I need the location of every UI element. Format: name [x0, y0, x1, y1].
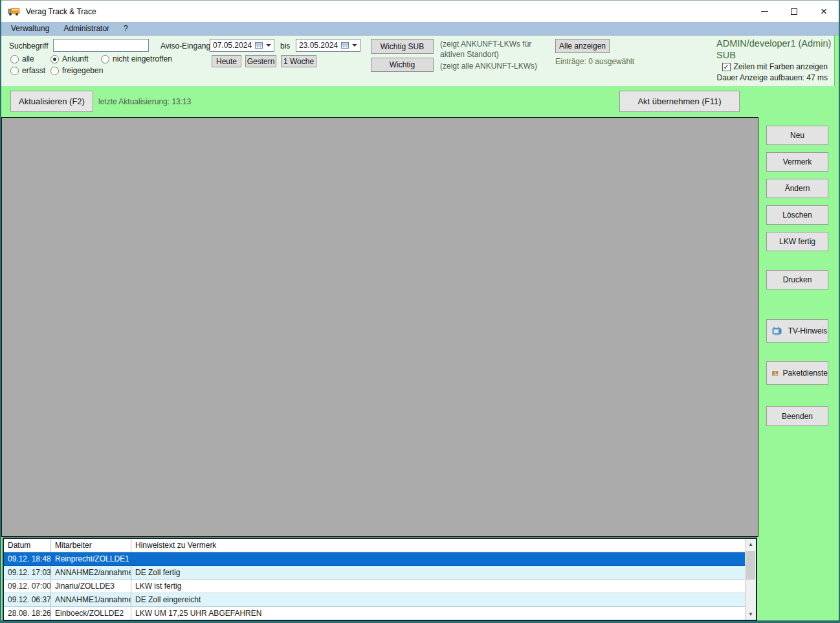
radio-alle[interactable]: alle: [10, 54, 34, 63]
table-header: Datum Mitarbeiter Hinweistext zu Vermerk: [4, 539, 745, 552]
radio-freigegeben[interactable]: freigegeben: [50, 66, 103, 75]
radio-freigegeben-circle[interactable]: [50, 67, 59, 75]
cell-hinweis: LKW ist fertig: [131, 580, 745, 593]
table-row[interactable]: 09.12. 07:00 Jinariu/ZOLLDE3 LKW ist fer…: [4, 580, 745, 593]
menu-administrator[interactable]: Administrator: [56, 22, 116, 36]
radio-ankunft-label: Ankunft: [62, 54, 89, 63]
wichtig-sub-button[interactable]: Wichtig SUB: [371, 39, 434, 54]
tv-hinweis-label: TV-Hinweis: [788, 326, 828, 335]
radio-alle-label: alle: [22, 54, 34, 63]
col-header-hinweistext[interactable]: Hinweistext zu Vermerk: [131, 539, 745, 552]
farben-checkbox-label: Zeilen mit Farben anzeigen: [734, 62, 828, 71]
vermerk-table: Datum Mitarbeiter Hinweistext zu Vermerk…: [3, 538, 757, 621]
maximize-icon[interactable]: [779, 1, 809, 22]
gestern-button[interactable]: Gestern: [245, 55, 276, 67]
radio-erfasst[interactable]: erfasst: [10, 66, 45, 75]
col-header-datum[interactable]: Datum: [4, 539, 51, 552]
cell-hinweis: LKW UM 17,25 UHR ABGEFAHREN: [131, 607, 745, 620]
wichtig-button[interactable]: Wichtig: [371, 58, 434, 72]
radio-nicht-eingetroffen-circle[interactable]: [101, 55, 109, 63]
alle-anzeigen-button[interactable]: Alle anzeigen: [555, 39, 610, 53]
cell-hinweis: DE Zoll eingereicht: [131, 593, 745, 606]
cell-datum: 09.12. 07:00: [4, 580, 51, 593]
entries-status: Einträge: 0 ausgewählt: [555, 57, 634, 66]
table-body: Datum Mitarbeiter Hinweistext zu Vermerk…: [4, 539, 745, 620]
neu-button[interactable]: Neu: [766, 126, 828, 145]
duration-text: Dauer Anzeige aufbauen: 47 ms: [717, 73, 828, 82]
radio-erfasst-label: erfasst: [22, 66, 45, 75]
radio-ankunft-circle[interactable]: [50, 55, 59, 63]
window-title: Verag Track & Trace: [26, 7, 96, 16]
cell-hinweis: DE Zoll fertig: [131, 566, 745, 579]
cell-datum: 09.12. 18:48: [4, 552, 51, 565]
chevron-down-icon[interactable]: [352, 44, 357, 47]
paketdienste-label: Paketdienste: [783, 368, 828, 378]
radio-nicht-eingetroffen[interactable]: nicht eingetroffen: [101, 54, 172, 63]
chevron-down-icon[interactable]: [266, 44, 271, 47]
table-row[interactable]: 09.12. 06:37 ANNAHME1/annahme1 DE Zoll e…: [4, 593, 745, 607]
search-label: Suchbegriff: [9, 41, 49, 51]
tv-icon: [772, 326, 783, 336]
cell-mitarbeiter: Einboeck/ZOLLDE2: [51, 607, 131, 620]
date-from-field[interactable]: 07.05.2024: [210, 39, 274, 52]
calendar-icon: [341, 41, 351, 49]
bis-label: bis: [280, 41, 290, 51]
wichtig-hint: (zeigt alle ANKUNFT-LKWs): [440, 62, 537, 72]
calendar-icon: [255, 41, 265, 49]
table-row[interactable]: 09.12. 18:48 Reinprecht/ZOLLDE1: [4, 552, 745, 566]
date-from-value: 07.05.2024: [210, 41, 255, 50]
minimize-icon[interactable]: [749, 1, 779, 22]
title-bar: Verag Track & Trace ×: [1, 1, 839, 22]
cell-datum: 09.12. 17:03: [4, 566, 51, 579]
aktualisieren-button[interactable]: Aktualisieren (F2): [10, 91, 93, 112]
app-body: Suchbegriff alle Ankunft nicht eingetrof…: [1, 36, 839, 620]
drucken-button[interactable]: Drucken: [766, 270, 828, 289]
farben-checkbox[interactable]: [722, 63, 731, 71]
search-input[interactable]: [53, 39, 149, 52]
heute-button[interactable]: Heute: [212, 55, 241, 67]
radio-freigegeben-label: freigegeben: [62, 66, 103, 75]
sidebar: Neu Vermerk Ändern Löschen LKW fertig Dr…: [756, 117, 839, 620]
scroll-down-icon[interactable]: ▼: [746, 609, 756, 620]
lkw-fertig-button[interactable]: LKW fertig: [766, 232, 828, 251]
main-grid-area[interactable]: [1, 117, 758, 537]
eine-woche-button[interactable]: 1 Woche: [281, 55, 316, 67]
menu-bar: Verwaltung Administrator ?: [1, 22, 839, 36]
radio-erfasst-circle[interactable]: [10, 67, 19, 75]
farben-checkbox-row[interactable]: Zeilen mit Farben anzeigen: [722, 62, 828, 71]
table-row[interactable]: 09.12. 17:03 ANNAHME2/annahme2 DE Zoll f…: [4, 566, 745, 580]
akt-uebernehmen-button[interactable]: Akt übernehmen (F11): [619, 91, 740, 112]
truck-icon: [8, 7, 21, 16]
menu-verwaltung[interactable]: Verwaltung: [4, 22, 56, 36]
radio-nicht-eingetroffen-label: nicht eingetroffen: [113, 54, 172, 63]
vermerk-button[interactable]: Vermerk: [766, 152, 828, 172]
cell-mitarbeiter: Reinprecht/ZOLLDE1: [51, 552, 131, 565]
paketdienste-button[interactable]: Paketdienste: [766, 361, 828, 385]
wichtig-sub-hint: (zeigt ANKUNFT-LKWs für aktiven Standort…: [440, 40, 553, 60]
app-window: Verag Track & Trace × Verwaltung Adminis…: [1, 0, 839, 620]
tv-hinweis-button[interactable]: TV-Hinweis: [766, 319, 828, 343]
table-row[interactable]: 28.08. 18:26 Einboeck/ZOLLDE2 LKW UM 17,…: [4, 607, 745, 620]
action-bar: Aktualisieren (F2) letzte Aktualisierung…: [1, 86, 839, 117]
cell-mitarbeiter: ANNAHME2/annahme2: [51, 566, 131, 579]
date-to-field[interactable]: 23.05.2024: [296, 39, 360, 52]
menu-help[interactable]: ?: [116, 22, 135, 36]
aendern-button[interactable]: Ändern: [766, 179, 828, 198]
date-to-value: 23.05.2024: [296, 41, 341, 50]
cell-mitarbeiter: Jinariu/ZOLLDE3: [51, 580, 131, 593]
radio-alle-circle[interactable]: [10, 55, 19, 63]
scrollbar-thumb[interactable]: [746, 551, 755, 580]
col-header-mitarbeiter[interactable]: Mitarbeiter: [51, 539, 131, 552]
aviso-label: Aviso-Eingang: [160, 41, 210, 51]
beenden-button[interactable]: Beenden: [766, 406, 828, 426]
cell-datum: 28.08. 18:26: [4, 607, 51, 620]
scroll-up-icon[interactable]: ▲: [746, 539, 756, 550]
table-scrollbar[interactable]: ▲ ▼: [745, 539, 756, 620]
user-info: ADMIN/developer1 (Admin) SUB: [716, 38, 837, 61]
close-icon[interactable]: ×: [809, 1, 839, 22]
cell-hinweis: [131, 552, 745, 565]
cell-datum: 09.12. 06:37: [4, 593, 51, 606]
package-icon: [772, 368, 779, 378]
radio-ankunft[interactable]: Ankunft: [50, 54, 89, 63]
loeschen-button[interactable]: Löschen: [766, 205, 828, 225]
